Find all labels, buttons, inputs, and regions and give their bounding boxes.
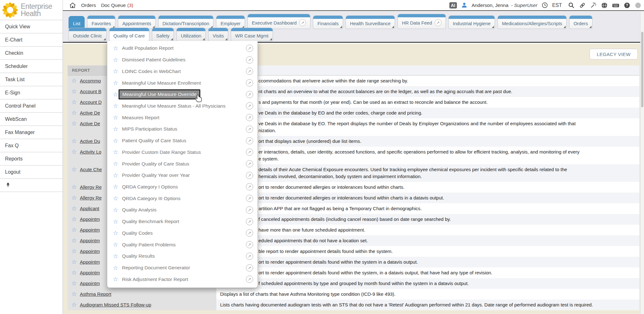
- favorite-star-icon[interactable]: ☆: [113, 149, 118, 156]
- menu-item-qrda-category-i-options[interactable]: ☆QRDA Category I Options↗: [107, 181, 258, 193]
- menu-item-quality-results[interactable]: ☆Quality Results↗: [107, 250, 258, 262]
- keyboard-icon[interactable]: [612, 2, 619, 9]
- tab-outside-clinic[interactable]: Outside Clinic: [69, 28, 107, 41]
- globe-icon[interactable]: [601, 2, 608, 9]
- menu-item-quality-patient-problems[interactable]: ☆Quality Patient Problems↗: [107, 239, 258, 250]
- favorite-star-icon[interactable]: ☆: [113, 137, 118, 144]
- report-link-activity-lo[interactable]: Activity Lo: [80, 149, 101, 155]
- sidebar-pin-row[interactable]: [0, 179, 63, 192]
- favorite-star-icon[interactable]: ☆: [71, 237, 77, 244]
- favorite-star-icon[interactable]: ☆: [113, 160, 118, 167]
- scrollbar-thumb[interactable]: [641, 32, 643, 107]
- menu-item-dismissed-patient-guidelines[interactable]: ☆Dismissed Patient Guidelines↗: [107, 54, 258, 66]
- report-link-appointm[interactable]: Appointm: [80, 248, 100, 255]
- report-link-appointm[interactable]: Appointm: [80, 216, 100, 223]
- open-new-window-icon[interactable]: ↗: [246, 195, 253, 202]
- sidebar-item-task-list[interactable]: Task List: [0, 73, 63, 86]
- menu-item-audit-population-report[interactable]: ☆Audit Population Report↗: [107, 42, 258, 54]
- home-icon[interactable]: [69, 2, 76, 9]
- favorite-star-icon[interactable]: ☆: [113, 126, 118, 133]
- favorite-star-icon[interactable]: ☆: [71, 138, 77, 145]
- tab-visits[interactable]: Visits: [208, 28, 228, 41]
- sidebar-item-scheduler[interactable]: Scheduler: [0, 60, 63, 73]
- menu-item-risk-adjustment-factor-report[interactable]: ☆Risk Adjustment Factor Report↗: [107, 273, 258, 285]
- tab-industrial-hygiene[interactable]: Industrial Hygiene: [448, 15, 495, 29]
- tab-financials[interactable]: Financials: [313, 15, 343, 29]
- report-link-allergy-re[interactable]: Allergy Re: [80, 194, 102, 201]
- favorite-star-icon[interactable]: ☆: [71, 227, 77, 233]
- menu-item-meaningful-use-measure-status-all-physicians[interactable]: ☆Meaningful Use Measure Status - All Phy…: [107, 100, 258, 112]
- menu-item-provider-custom-date-range-status[interactable]: ☆Provider Custom Date Range Status↗: [107, 146, 258, 158]
- open-new-window-icon[interactable]: ↗: [246, 206, 253, 214]
- favorite-star-icon[interactable]: ☆: [113, 79, 118, 87]
- favorite-star-icon[interactable]: ☆: [113, 56, 118, 64]
- report-link-active-du[interactable]: Active Du: [80, 138, 100, 145]
- sidebar-item-fax-q[interactable]: Fax Q: [0, 139, 63, 152]
- legacy-view-button[interactable]: LEGACY VIEW: [590, 49, 638, 59]
- favorite-star-icon[interactable]: ☆: [71, 269, 77, 276]
- breadcrumb-doc-queue[interactable]: Doc Queue(3): [101, 3, 133, 8]
- profile-icon[interactable]: [635, 2, 641, 9]
- report-link-account-d[interactable]: Account D: [80, 99, 102, 106]
- open-new-window-icon[interactable]: ↗: [246, 253, 253, 260]
- favorite-star-icon[interactable]: ☆: [71, 205, 77, 212]
- favorite-star-icon[interactable]: ☆: [71, 291, 77, 298]
- user-menu[interactable]: Anderson, Jenna - SuperUser: [472, 3, 537, 8]
- menu-item-mips-participation-status[interactable]: ☆MIPS Participation Status↗: [107, 123, 258, 135]
- tab-favorites[interactable]: Favorites: [87, 15, 115, 29]
- wand-icon[interactable]: [590, 2, 597, 9]
- report-link-asthma-report[interactable]: Asthma Report: [80, 291, 111, 298]
- report-link-appointm[interactable]: Appointm: [80, 237, 100, 244]
- menu-item-qrda-category-iii-options[interactable]: ☆QRDA Category III Options↗: [107, 193, 258, 204]
- ai-badge[interactable]: AI: [449, 2, 457, 8]
- sidebar-item-logout[interactable]: Logout: [0, 165, 63, 179]
- menu-item-quality-analysis[interactable]: ☆Quality Analysis↗: [107, 204, 258, 216]
- favorite-star-icon[interactable]: ☆: [71, 184, 77, 191]
- open-new-window-icon[interactable]: ↗: [246, 276, 253, 283]
- sidebar-item-quick-view[interactable]: Quick View: [0, 20, 63, 33]
- favorite-star-icon[interactable]: ☆: [71, 120, 77, 127]
- popout-icon[interactable]: ↗: [435, 19, 441, 26]
- report-link-accommo[interactable]: Accommo: [80, 77, 101, 84]
- clock-icon[interactable]: [541, 2, 548, 8]
- favorite-star-icon[interactable]: ☆: [71, 248, 77, 255]
- menu-item-provider-quality-year-over-year[interactable]: ☆Provider Quality Year over Year↗: [107, 170, 258, 181]
- favorite-star-icon[interactable]: ☆: [71, 77, 77, 84]
- favorite-star-icon[interactable]: ☆: [113, 241, 118, 248]
- help-icon[interactable]: ?: [624, 2, 630, 9]
- tab-employer[interactable]: Employer: [216, 15, 245, 29]
- favorite-star-icon[interactable]: ☆: [113, 229, 118, 237]
- favorite-star-icon[interactable]: ☆: [71, 194, 77, 201]
- sidebar-item-e-sign[interactable]: E-Sign: [0, 86, 63, 99]
- favorite-star-icon[interactable]: ☆: [113, 183, 118, 190]
- report-link-account-b[interactable]: Account B: [80, 88, 101, 95]
- favorite-star-icon[interactable]: ☆: [113, 68, 118, 75]
- favorite-star-icon[interactable]: ☆: [71, 109, 77, 116]
- favorite-star-icon[interactable]: ☆: [113, 276, 118, 283]
- open-new-window-icon[interactable]: ↗: [246, 218, 253, 225]
- search-icon[interactable]: [568, 2, 575, 9]
- open-new-window-icon[interactable]: ↗: [246, 91, 253, 98]
- tab-orders[interactable]: Orders: [569, 15, 592, 29]
- favorite-star-icon[interactable]: ☆: [71, 301, 77, 308]
- open-new-window-icon[interactable]: ↗: [246, 160, 253, 167]
- sidebar-item-control-panel[interactable]: Control Panel: [0, 99, 63, 113]
- description-column-header[interactable]: [216, 65, 639, 75]
- report-link-audiogram-missed-sts-follow-up[interactable]: Audiogram Missed STS Follow-up: [80, 301, 151, 308]
- favorite-star-icon[interactable]: ☆: [71, 259, 77, 266]
- open-new-window-icon[interactable]: ↗: [246, 56, 253, 64]
- menu-item-meaningful-use-measure-override[interactable]: ☆Meaningful Use Measure Override↗: [107, 89, 258, 100]
- tab-quality-of-care[interactable]: Quality of Care: [109, 28, 149, 41]
- menu-item-loinc-codes-in-webchart[interactable]: ☆LOINC Codes in WebChart↗: [107, 65, 258, 77]
- favorite-star-icon[interactable]: ☆: [71, 88, 77, 95]
- report-link-acute-che[interactable]: Acute Che: [80, 166, 102, 173]
- report-link-active-de[interactable]: Active De: [80, 109, 100, 116]
- breadcrumb-orders[interactable]: Orders: [81, 3, 96, 8]
- open-new-window-icon[interactable]: ↗: [246, 45, 253, 52]
- favorite-star-icon[interactable]: ☆: [113, 45, 118, 52]
- report-link-active-de[interactable]: Active De: [80, 120, 100, 127]
- favorite-star-icon[interactable]: ☆: [113, 206, 118, 214]
- tab-health-surveillance[interactable]: Health Surveillance: [346, 15, 395, 29]
- favorite-star-icon[interactable]: ☆: [113, 195, 118, 202]
- favorite-star-icon[interactable]: ☆: [113, 218, 118, 225]
